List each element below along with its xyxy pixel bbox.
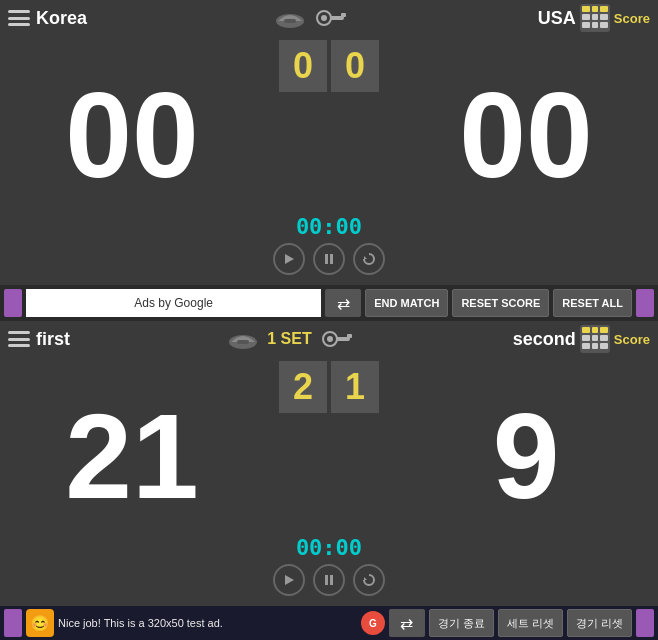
bottom-scoreboard-icon — [580, 325, 610, 353]
svg-rect-15 — [600, 22, 608, 28]
ads-container: Ads by Google — [26, 289, 321, 317]
top-timer-area: 00:00 — [273, 214, 385, 275]
svg-rect-9 — [600, 6, 608, 12]
top-timer-controls — [273, 243, 385, 275]
svg-rect-17 — [325, 254, 328, 264]
top-whistle-icon — [314, 7, 350, 29]
bottom-timer-area: 00:00 — [273, 535, 385, 596]
bottom-whistle-icon — [320, 328, 356, 350]
reset-icon — [362, 252, 376, 266]
reset-all-button[interactable]: RESET ALL — [553, 289, 632, 317]
top-right-score-area[interactable]: 00 — [394, 75, 658, 195]
bottom-play-btn[interactable] — [273, 564, 305, 596]
top-score-left: 00 — [65, 75, 198, 195]
bottom-pause-icon — [322, 573, 336, 587]
svg-rect-37 — [325, 575, 328, 585]
top-team-right-name: USA — [538, 8, 576, 29]
svg-rect-8 — [592, 6, 598, 12]
svg-rect-14 — [592, 22, 598, 28]
bottom-timer: 00:00 — [296, 535, 362, 560]
svg-rect-27 — [582, 327, 590, 333]
set-reset-button[interactable]: 세트 리셋 — [498, 609, 563, 637]
bottom-score-right: 9 — [493, 396, 560, 516]
set-label: 1 SET — [267, 330, 311, 348]
bottom-ad-bar: 😊 Nice job! This is a 320x50 test ad. G … — [0, 606, 658, 640]
top-header: Korea USA — [0, 0, 658, 36]
svg-rect-10 — [582, 14, 590, 20]
bottom-penalty-right — [636, 609, 654, 637]
pause-icon — [322, 252, 336, 266]
top-scoreboard-icon — [580, 4, 610, 32]
bottom-right-score-area[interactable]: 9 — [394, 396, 658, 516]
svg-rect-13 — [582, 22, 590, 28]
svg-rect-34 — [592, 343, 598, 349]
svg-point-25 — [327, 336, 333, 342]
svg-marker-39 — [364, 577, 367, 580]
game-reset-button[interactable]: 경기 리셋 — [567, 609, 632, 637]
svg-rect-32 — [600, 335, 608, 341]
bottom-team-left-name: first — [36, 329, 70, 350]
bottom-play-icon — [282, 573, 296, 587]
svg-rect-4 — [341, 13, 346, 17]
top-score-right: 00 — [459, 75, 592, 195]
reset-score-button[interactable]: RESET SCORE — [452, 289, 549, 317]
bottom-swap-button[interactable]: ⇄ — [389, 609, 425, 637]
svg-rect-35 — [600, 343, 608, 349]
svg-rect-18 — [330, 254, 333, 264]
bottom-team-right-name: second — [513, 329, 576, 350]
bottom-reset-icon — [362, 573, 376, 587]
bottom-cap-icon — [227, 328, 259, 350]
bottom-scoreboard: first 1 SET second — [0, 321, 658, 606]
top-left-score-area[interactable]: 00 — [0, 75, 264, 195]
bottom-reset-timer-btn[interactable] — [353, 564, 385, 596]
ad-mascot-icon: 😊 — [26, 609, 54, 637]
bottom-main-scores: 21 9 — [0, 366, 658, 546]
svg-rect-29 — [600, 327, 608, 333]
top-header-right: USA Score — [538, 4, 650, 32]
ads-text: Ads by Google — [134, 296, 213, 310]
svg-marker-16 — [285, 254, 294, 264]
bottom-score-label: Score — [614, 332, 650, 347]
cap-left-icon — [274, 7, 306, 29]
svg-rect-12 — [600, 14, 608, 20]
top-timer: 00:00 — [296, 214, 362, 239]
svg-rect-28 — [592, 327, 598, 333]
top-pause-btn[interactable] — [313, 243, 345, 275]
top-scoreboard: Korea USA — [0, 0, 658, 285]
penalty-left-indicator — [4, 289, 22, 317]
svg-rect-1 — [284, 19, 296, 23]
ad-logo-icon: G — [361, 611, 385, 635]
svg-rect-24 — [347, 334, 352, 338]
penalty-right-indicator — [636, 289, 654, 317]
bottom-header: first 1 SET second — [0, 321, 658, 357]
top-team-left-name: Korea — [36, 8, 87, 29]
play-icon — [282, 252, 296, 266]
svg-rect-30 — [582, 335, 590, 341]
svg-rect-11 — [592, 14, 598, 20]
bottom-penalty-left — [4, 609, 22, 637]
svg-rect-38 — [330, 575, 333, 585]
middle-bar: Ads by Google ⇄ END MATCH RESET SCORE RE… — [0, 285, 658, 321]
bottom-header-right: second Score — [513, 325, 650, 353]
svg-point-5 — [321, 15, 327, 21]
top-score-label: Score — [614, 11, 650, 26]
bottom-center-icons: 1 SET — [227, 328, 355, 350]
svg-marker-19 — [364, 256, 367, 259]
game-end-button[interactable]: 경기 종료 — [429, 609, 494, 637]
svg-rect-7 — [582, 6, 590, 12]
svg-rect-21 — [237, 340, 249, 344]
svg-rect-33 — [582, 343, 590, 349]
bottom-timer-controls — [273, 564, 385, 596]
bottom-left-score-area[interactable]: 21 — [0, 396, 264, 516]
svg-rect-31 — [592, 335, 598, 341]
bottom-header-left: first — [8, 329, 70, 350]
top-play-btn[interactable] — [273, 243, 305, 275]
top-reset-timer-btn[interactable] — [353, 243, 385, 275]
end-match-button[interactable]: END MATCH — [365, 289, 448, 317]
bottom-menu-icon[interactable] — [8, 331, 30, 347]
top-menu-icon[interactable] — [8, 10, 30, 26]
svg-marker-36 — [285, 575, 294, 585]
bottom-pause-btn[interactable] — [313, 564, 345, 596]
swap-button[interactable]: ⇄ — [325, 289, 361, 317]
top-header-left: Korea — [8, 8, 87, 29]
